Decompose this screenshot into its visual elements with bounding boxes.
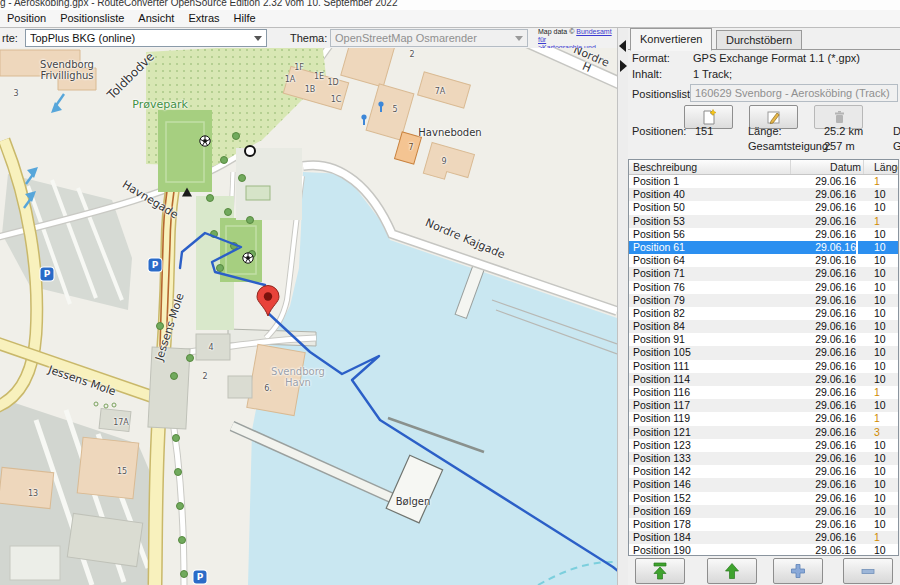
ascent-value: 257 m bbox=[824, 140, 855, 152]
table-row[interactable]: Position 13329.06.1610 bbox=[629, 452, 898, 465]
panel-tabbar: Konvertieren Durchstöbern bbox=[628, 28, 900, 50]
camping-triangle-icon bbox=[182, 188, 192, 197]
table-cell: 10 bbox=[856, 544, 898, 556]
table-row[interactable]: Position 5629.06.1610 bbox=[629, 228, 898, 241]
table-cell: 1 bbox=[856, 412, 898, 425]
table-row[interactable]: Position 7929.06.1610 bbox=[629, 294, 898, 307]
table-cell: 1 bbox=[856, 386, 898, 399]
move-up-button[interactable] bbox=[707, 558, 757, 584]
duration-label: Da bbox=[893, 125, 900, 137]
table-cell: 29.06.16 bbox=[786, 307, 856, 320]
table-row[interactable]: Position 14629.06.1610 bbox=[629, 478, 898, 491]
table-cell: Position 40 bbox=[629, 188, 786, 201]
column-header-beschreibung[interactable]: Beschreibung bbox=[629, 160, 790, 174]
toolbar: rte: TopPlus BKG (online) Thema: OpenStr… bbox=[0, 28, 617, 48]
table-row[interactable]: Position 9129.06.1610 bbox=[629, 333, 898, 346]
menu-item-position[interactable]: Position bbox=[0, 10, 53, 27]
table-cell: 29.06.16 bbox=[786, 399, 856, 412]
table-row[interactable]: Position 5029.06.1610 bbox=[629, 201, 898, 214]
table-row[interactable]: Position 6129.06.1610 bbox=[629, 241, 898, 254]
collapse-left-icon[interactable] bbox=[619, 40, 626, 52]
length-value: 25.2 km bbox=[824, 125, 863, 137]
tab-durchstoebern[interactable]: Durchstöbern bbox=[716, 30, 802, 49]
column-header-laenge[interactable]: Länge bbox=[863, 160, 898, 174]
table-row[interactable]: Position 19029.06.1610 bbox=[629, 544, 898, 556]
delete-icon bbox=[831, 109, 847, 125]
table-row[interactable]: Position 7629.06.1610 bbox=[629, 281, 898, 294]
table-cell: 29.06.16 bbox=[786, 518, 856, 531]
table-cell: Position 190 bbox=[629, 544, 786, 556]
table-cell: 10 bbox=[856, 188, 898, 201]
table-cell: 29.06.16 bbox=[786, 254, 856, 267]
table-cell: Position 123 bbox=[629, 439, 786, 452]
menu-item-extras[interactable]: Extras bbox=[181, 10, 226, 27]
table-row[interactable]: Position 14229.06.1610 bbox=[629, 465, 898, 478]
table-row[interactable]: Position 17829.06.1610 bbox=[629, 518, 898, 531]
table-cell: Position 1 bbox=[629, 175, 786, 188]
table-body: Position 129.06.161Position 4029.06.1610… bbox=[629, 175, 898, 556]
table-cell: 10 bbox=[856, 492, 898, 505]
chevron-down-icon bbox=[254, 36, 262, 41]
table-cell: Position 121 bbox=[629, 426, 786, 439]
parking-icon: P bbox=[194, 571, 207, 584]
table-row[interactable]: Position 18429.06.161 bbox=[629, 531, 898, 544]
add-position-button[interactable] bbox=[773, 558, 823, 584]
table-cell: 10 bbox=[856, 465, 898, 478]
parking-icon: P bbox=[41, 268, 54, 281]
table-row[interactable]: Position 11929.06.161 bbox=[629, 412, 898, 425]
table-row[interactable]: Position 6429.06.1610 bbox=[629, 254, 898, 267]
table-cell: Position 91 bbox=[629, 333, 786, 346]
table-row[interactable]: Position 4029.06.1610 bbox=[629, 188, 898, 201]
table-row[interactable]: Position 11629.06.161 bbox=[629, 386, 898, 399]
collapse-right-icon[interactable] bbox=[620, 60, 627, 72]
table-row[interactable]: Position 11429.06.1610 bbox=[629, 373, 898, 386]
table-row[interactable]: Position 8429.06.1610 bbox=[629, 320, 898, 333]
table-cell: 29.06.16 bbox=[786, 360, 856, 373]
table-cell: Position 76 bbox=[629, 281, 786, 294]
table-row[interactable]: Position 11129.06.1610 bbox=[629, 360, 898, 373]
position-marker-icon[interactable] bbox=[256, 285, 280, 317]
table-row[interactable]: Position 15229.06.1610 bbox=[629, 492, 898, 505]
menu-item-hilfe[interactable]: Hilfe bbox=[227, 10, 263, 27]
table-cell: 10 bbox=[856, 439, 898, 452]
table-row[interactable]: Position 8229.06.1610 bbox=[629, 307, 898, 320]
map-source-dropdown[interactable]: TopPlus BKG (online) bbox=[25, 29, 267, 47]
table-cell: Position 114 bbox=[629, 373, 786, 386]
table-cell: 10 bbox=[856, 267, 898, 280]
table-row[interactable]: Position 129.06.161 bbox=[629, 175, 898, 188]
table-cell: 29.06.16 bbox=[786, 228, 856, 241]
ascent-label: Gesamtsteigung: bbox=[748, 140, 831, 152]
table-row[interactable]: Position 10529.06.1610 bbox=[629, 346, 898, 359]
table-cell: 29.06.16 bbox=[786, 215, 856, 228]
chevron-down-icon bbox=[515, 36, 523, 41]
map-source-label: rte: bbox=[2, 32, 18, 44]
table-row[interactable]: Position 16929.06.1610 bbox=[629, 505, 898, 518]
building bbox=[10, 546, 60, 580]
table-cell: Position 71 bbox=[629, 267, 786, 280]
theme-dropdown: OpenStreetMap Osmarender bbox=[330, 29, 528, 47]
map-view[interactable]: PPP Svendborg FrivillighusToldbodvePrøve… bbox=[0, 48, 617, 585]
table-cell: Position 152 bbox=[629, 492, 786, 505]
tab-konvertieren[interactable]: Konvertieren bbox=[630, 28, 712, 51]
move-to-top-button[interactable] bbox=[635, 558, 685, 584]
table-row[interactable]: Position 5329.06.161 bbox=[629, 215, 898, 228]
menu-item-ansicht[interactable]: Ansicht bbox=[131, 10, 181, 27]
table-cell: 29.06.16 bbox=[786, 294, 856, 307]
table-cell: Position 105 bbox=[629, 346, 786, 359]
table-cell: 10 bbox=[856, 294, 898, 307]
table-row[interactable]: Position 12329.06.1610 bbox=[629, 439, 898, 452]
positionlist-dropdown[interactable]: 160629 Svenborg - Aerosköbing (Track) bbox=[690, 84, 898, 102]
table-cell: Position 117 bbox=[629, 399, 786, 412]
positions-table: Beschreibung Datum Länge Position 129.06… bbox=[628, 159, 899, 556]
minus-icon bbox=[858, 561, 878, 581]
column-header-datum[interactable]: Datum bbox=[790, 160, 861, 174]
table-cell: Position 111 bbox=[629, 360, 786, 373]
menu-item-positionsliste[interactable]: Positionsliste bbox=[53, 10, 131, 27]
table-cell: 29.06.16 bbox=[786, 492, 856, 505]
remove-position-button[interactable] bbox=[843, 558, 893, 584]
table-row[interactable]: Position 11729.06.1610 bbox=[629, 399, 898, 412]
table-cell: 29.06.16 bbox=[786, 478, 856, 491]
table-row[interactable]: Position 7129.06.1610 bbox=[629, 267, 898, 280]
table-row[interactable]: Position 12129.06.163 bbox=[629, 426, 898, 439]
table-cell: Position 169 bbox=[629, 505, 786, 518]
